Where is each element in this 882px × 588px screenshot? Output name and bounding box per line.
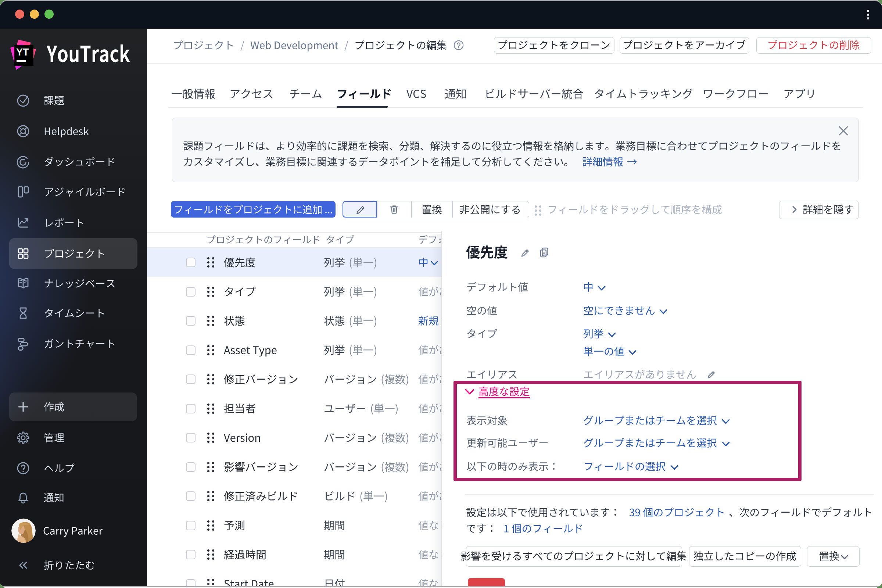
svg-text:YT: YT (16, 46, 29, 58)
